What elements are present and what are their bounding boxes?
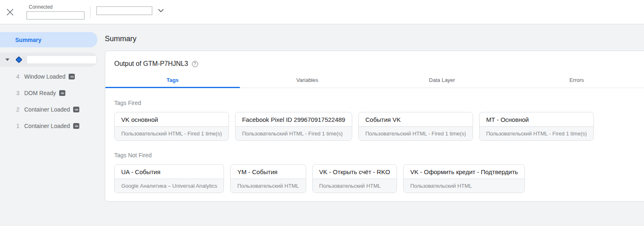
- tag-type-status: Пользовательский HTML: [231, 179, 305, 193]
- main-panel: Summary Output of GTM-P7HJNL3 ? Tags Var…: [97, 24, 644, 226]
- tag-card-vk-oformit-kredit[interactable]: VK - Оформить кредит - Подтвердить Польз…: [403, 164, 525, 193]
- event-group-title-redacted: [27, 56, 96, 63]
- top-connection-bar: Connected: [0, 0, 644, 24]
- tags-fired-section-label: Tags Fired: [114, 100, 635, 106]
- tag-type-status: Пользовательский HTML - Fired 1 time(s): [235, 126, 352, 140]
- event-label: Container Loaded: [24, 106, 70, 113]
- code-tag-icon: <>: [73, 107, 79, 112]
- tag-name: VK - Оформить кредит - Подтвердить: [404, 165, 524, 179]
- event-number: 2: [15, 106, 21, 113]
- connected-status-label: Connected: [29, 4, 85, 10]
- tab-tags[interactable]: Tags: [105, 72, 240, 88]
- tag-type-status: Google Аналитика – Universal Analytics: [115, 179, 224, 193]
- event-label: Window Loaded: [24, 73, 65, 80]
- output-card: Output of GTM-P7HJNL3 ? Tags Variables D…: [105, 51, 644, 202]
- tag-card-vk-otkryt-schet-rko[interactable]: VK - Открыть счёт - RKO Пользовательский…: [312, 164, 397, 193]
- event-group-row[interactable]: [0, 53, 97, 67]
- tab-data-layer[interactable]: Data Layer: [375, 72, 510, 88]
- event-number: 1: [15, 123, 21, 129]
- event-label: DOM Ready: [24, 90, 56, 96]
- chevron-down-icon[interactable]: [158, 9, 164, 12]
- tag-name: YM - События: [231, 165, 305, 179]
- code-tag-icon: <>: [69, 74, 75, 79]
- tag-type-status: Пользовательский HTML: [404, 179, 524, 193]
- connected-status-group: Connected: [26, 4, 85, 20]
- tag-card-vk-osnovnoy[interactable]: VK основной Пользовательский HTML - Fire…: [114, 112, 229, 141]
- tab-errors[interactable]: Errors: [509, 72, 644, 88]
- event-number: 3: [15, 90, 21, 96]
- tag-type-status: Пользовательский HTML - Fired 1 time(s): [115, 126, 229, 140]
- tags-panel: Tags Fired VK основной Пользовательский …: [105, 88, 644, 203]
- help-icon[interactable]: ?: [192, 61, 198, 67]
- content-area: Summary 4 Window Loaded <> 3 DOM Ready <…: [0, 24, 644, 226]
- summary-pill-label: Summary: [15, 37, 42, 43]
- tab-variables[interactable]: Variables: [240, 72, 375, 88]
- code-tag-icon: <>: [73, 123, 79, 129]
- tag-name: VK основной: [115, 112, 229, 126]
- tag-name: МТ - Основной: [480, 112, 593, 126]
- tag-card-mt-osnovnoy[interactable]: МТ - Основной Пользовательский HTML - Fi…: [479, 112, 594, 141]
- page-title: Summary: [105, 35, 644, 43]
- output-tabs: Tags Variables Data Layer Errors: [105, 72, 644, 88]
- output-card-header: Output of GTM-P7HJNL3 ?: [105, 51, 644, 72]
- tag-card-ym-sobytiya[interactable]: YM - События Пользовательский HTML: [230, 164, 306, 193]
- tag-card-sobytiya-vk[interactable]: События VK Пользовательский HTML - Fired…: [358, 112, 473, 141]
- code-tag-icon: <>: [59, 90, 65, 96]
- tag-type-status: Пользовательский HTML: [313, 179, 397, 193]
- event-row-window-loaded[interactable]: 4 Window Loaded <>: [0, 68, 97, 85]
- collapse-arrow-icon[interactable]: [5, 58, 9, 61]
- tag-type-status: Пользовательский HTML - Fired 1 time(s): [359, 126, 473, 140]
- tags-not-fired-row: UA - События Google Аналитика – Universa…: [114, 164, 635, 193]
- close-icon: [7, 9, 14, 16]
- tag-name: События VK: [359, 112, 473, 126]
- tag-type-status: Пользовательский HTML - Fired 1 time(s): [480, 126, 593, 140]
- tag-name: Facebook Pixel ID 299670917522489: [235, 112, 352, 126]
- tag-card-ua-sobytiya[interactable]: UA - События Google Аналитика – Universa…: [114, 164, 224, 193]
- topbar-divider: [90, 6, 90, 19]
- event-row-container-loaded-2[interactable]: 2 Container Loaded <>: [0, 101, 97, 118]
- event-label: Container Loaded: [24, 123, 70, 129]
- tag-card-facebook-pixel[interactable]: Facebook Pixel ID 299670917522489 Пользо…: [235, 112, 352, 141]
- sidebar-item-summary[interactable]: Summary: [0, 32, 97, 47]
- event-sidebar: Summary 4 Window Loaded <> 3 DOM Ready <…: [0, 24, 97, 226]
- event-number: 4: [15, 73, 21, 80]
- event-row-dom-ready[interactable]: 3 DOM Ready <>: [0, 85, 97, 101]
- tags-fired-row: VK основной Пользовательский HTML - Fire…: [114, 112, 635, 141]
- gtm-preview-window: Connected Summary: [0, 0, 644, 226]
- connected-url-field[interactable]: [26, 11, 85, 20]
- container-selector[interactable]: [96, 6, 164, 15]
- container-name-field[interactable]: [96, 6, 152, 15]
- event-list: 4 Window Loaded <> 3 DOM Ready <> 2 Cont…: [0, 68, 97, 134]
- tag-name: VK - Открыть счёт - RKO: [313, 165, 397, 179]
- tags-not-fired-section-label: Tags Not Fired: [114, 152, 635, 158]
- output-card-title: Output of GTM-P7HJNL3: [114, 60, 188, 68]
- event-row-container-loaded-1[interactable]: 1 Container Loaded <>: [0, 118, 97, 134]
- close-button[interactable]: [0, 0, 20, 24]
- event-diamond-icon: [16, 56, 23, 63]
- tag-name: UA - События: [115, 165, 224, 179]
